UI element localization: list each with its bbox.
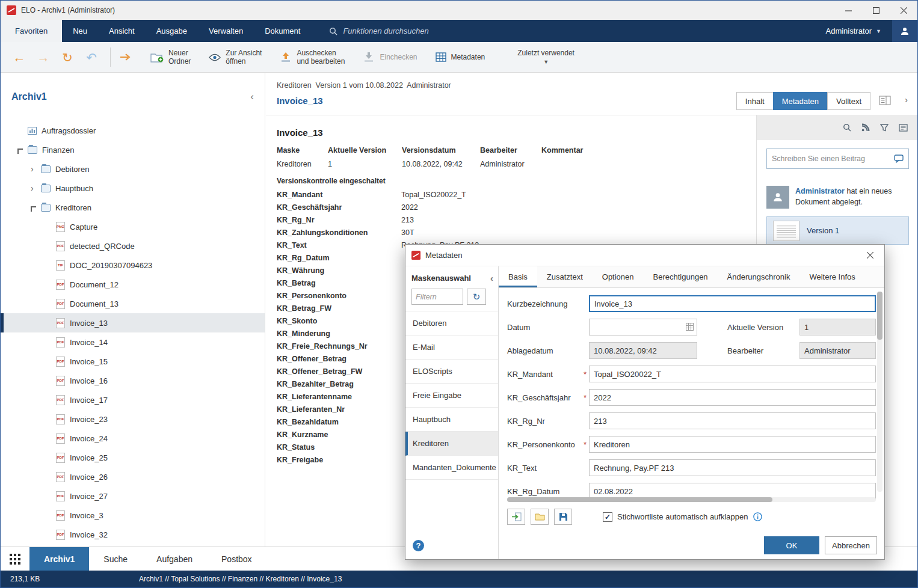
tree-item[interactable]: Finanzen [1,140,265,159]
tree-item[interactable]: PDFInvoice_25 [1,448,265,467]
back-button[interactable]: ← [9,51,29,64]
scrollbar-thumb[interactable] [507,497,772,502]
function-search-input[interactable] [343,26,469,35]
close-button[interactable] [890,1,917,20]
user-menu[interactable]: Administrator ▼ [815,26,893,35]
undo-button[interactable]: ↶ [81,51,102,64]
collapsed-icon[interactable]: › [31,165,36,173]
dialog-close-icon[interactable] [861,252,878,259]
dialog-tab-basis[interactable]: Basis [499,266,537,287]
tree-item[interactable]: PDFInvoice_14 [1,332,265,352]
help-icon[interactable]: ? [413,540,424,551]
forward-button[interactable]: → [33,51,54,64]
checkbox-checked-icon[interactable]: ✓ [603,512,612,522]
menu-tab-dokument[interactable]: Dokument [254,20,311,42]
tree-item[interactable]: PDFInvoice_23 [1,409,265,429]
collapse-panel-icon[interactable]: ‹ [490,273,493,283]
kurzbezeichnung-input[interactable] [589,295,876,312]
refresh-masks-button[interactable]: ↻ [467,289,486,305]
tab-inhalt[interactable]: Inhalt [736,92,774,110]
minimize-button[interactable] [834,1,862,20]
tree-item[interactable]: PDFInvoice_27 [1,486,265,506]
feed-entry-user[interactable]: Administrator [795,187,845,195]
kr-personenkonto-input[interactable] [589,436,876,453]
tree-item[interactable]: ›Debitoren [1,159,265,179]
tree-item[interactable]: PDFInvoice_32 [1,525,265,544]
tree-item[interactable]: PNGCapture [1,217,265,236]
datum-input[interactable] [589,319,697,335]
bottom-tab-postbox[interactable]: Postbox [207,547,266,571]
mask-item[interactable]: Hauptbuch [405,408,498,432]
menu-tab-neu[interactable]: Neu [62,20,98,42]
save-button[interactable] [554,509,572,525]
tree-item-selected[interactable]: PDFInvoice_13 [1,313,265,332]
apply-from-document-button[interactable] [507,509,525,525]
feed-post-input[interactable] [772,155,894,163]
tree-item[interactable]: TIFDOC_20190307094623 [1,256,265,275]
ok-button[interactable]: OK [764,536,819,554]
info-icon[interactable] [753,512,762,521]
folder-button[interactable] [531,509,549,525]
cancel-button[interactable]: Abbrechen [825,536,877,554]
open-view-button[interactable]: Zur Ansichtöffnen [202,46,269,69]
kr-geschaeftsjahr-input[interactable] [589,389,876,406]
bottom-tab-suche[interactable]: Suche [89,547,142,571]
collapsed-icon[interactable]: › [31,184,36,192]
bottom-tab-aufgaben[interactable]: Aufgaben [142,547,207,571]
profile-button[interactable] [892,20,917,42]
filter-icon[interactable] [880,124,889,132]
search-icon[interactable] [843,123,851,132]
dialog-tab-aenderungschronik[interactable]: Änderungschronik [718,266,800,287]
mask-item[interactable]: E-Mail [405,335,498,360]
tree-item[interactable]: PDFDocument_13 [1,294,265,313]
tree-item[interactable]: PDFInvoice_16 [1,371,265,390]
horizontal-scrollbar[interactable] [507,497,876,502]
dialog-tab-zusatztext[interactable]: Zusatztext [537,266,593,287]
kr-rg-nr-input[interactable] [589,412,876,429]
mask-item[interactable]: Mandanten_Dokumente [405,456,498,480]
dialog-tab-berechtigungen[interactable]: Berechtigungen [644,266,718,287]
tree-item[interactable]: ›Hauptbuch [1,179,265,198]
metadata-button[interactable]: Metadaten [428,49,493,65]
checkout-button[interactable]: Auscheckenund bearbeiten [273,46,352,69]
rss-feed-icon[interactable] [861,123,870,132]
tree-item[interactable]: PDFdetected_QRCode [1,236,265,256]
new-folder-button[interactable]: NeuerOrdner [143,46,198,69]
goto-button[interactable] [119,53,140,61]
dialog-tab-optionen[interactable]: Optionen [593,266,644,287]
tree-item[interactable]: PDFDocument_12 [1,275,265,294]
dialog-tab-weitere-infos[interactable]: Weitere Infos [799,266,864,287]
refresh-button[interactable]: ↻ [57,51,78,64]
menu-tab-ansicht[interactable]: Ansicht [98,20,146,42]
bottom-tab-archiv[interactable]: Archiv1 [29,547,89,571]
checkin-button[interactable]: Einchecken [356,49,424,66]
tree-item[interactable]: PDFInvoice_17 [1,390,265,409]
maximize-button[interactable] [862,1,890,20]
panel-toggle-icon[interactable] [879,96,891,105]
version-card[interactable]: Version 1 [766,216,909,245]
tree-item[interactable]: PDFInvoice_26 [1,467,265,486]
chevron-right-icon[interactable]: › [905,94,908,105]
tree-item[interactable]: Auftragsdossier [1,121,265,140]
scrollbar-thumb[interactable] [877,292,883,340]
mask-item-selected[interactable]: Kreditoren [405,432,498,456]
mask-item[interactable]: Debitoren [405,311,498,335]
tree-item[interactable]: PDFInvoice_24 [1,429,265,448]
expanded-icon[interactable] [31,206,36,212]
tab-volltext[interactable]: Volltext [827,92,870,110]
kr-mandant-input[interactable] [589,366,876,382]
tree-item[interactable]: Kreditoren [1,198,265,217]
expanded-icon[interactable] [17,149,23,154]
mask-filter-input[interactable] [411,289,463,305]
keyword-list-option[interactable]: ✓ Stichwortliste automatisch aufklappen [603,512,762,522]
date-picker-icon[interactable] [686,323,694,331]
kr-text-input[interactable] [589,459,876,476]
tab-metadaten[interactable]: Metadaten [773,92,828,110]
mask-item[interactable]: ELOScripts [405,360,498,384]
function-search[interactable] [329,20,469,42]
menu-tab-favoriten[interactable]: Favoriten [1,20,62,42]
menu-tab-verwalten[interactable]: Verwalten [198,20,254,42]
collapse-panel-icon[interactable]: ‹ [250,91,254,103]
tree-item[interactable]: PDFInvoice_15 [1,352,265,371]
tree-item[interactable]: PDFInvoice_3 [1,506,265,525]
